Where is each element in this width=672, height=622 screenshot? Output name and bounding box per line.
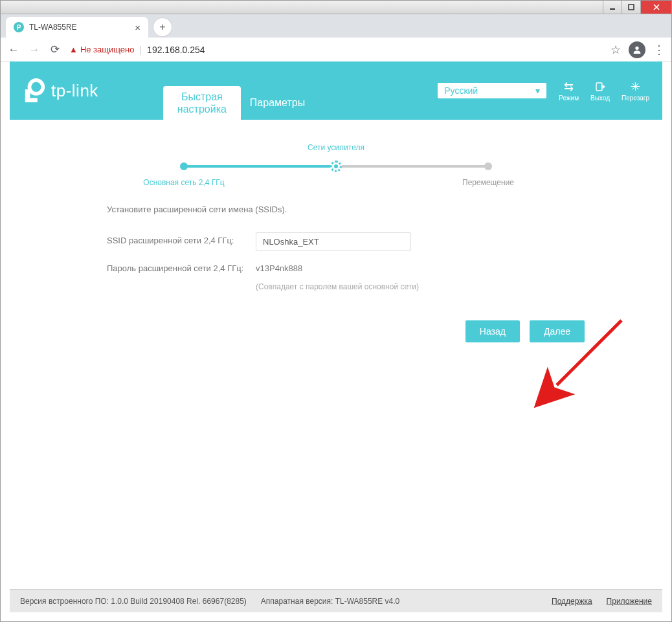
logo: tp-link <box>23 78 98 103</box>
app-footer: Версия встроенного ПО: 1.0.0 Build 20190… <box>10 589 662 612</box>
svg-rect-7 <box>25 98 38 102</box>
ssid-row: SSID расширенной сети 2,4 ГГц: <box>107 232 572 251</box>
chevron-down-icon: ▾ <box>535 85 540 96</box>
ssid-input[interactable] <box>256 232 411 251</box>
browser-tab-strip: P TL-WA855RE × + <box>1 14 671 38</box>
wizard-steps: Основная сеть 2,4 ГГц Сети усилителя Пер… <box>181 146 491 172</box>
logout-button[interactable]: Выход <box>590 80 610 102</box>
password-hint: (Совпадает с паролем вашей основной сети… <box>256 282 572 291</box>
browser-tab-active[interactable]: P TL-WA855RE × <box>6 17 148 38</box>
profile-avatar-icon[interactable] <box>629 41 645 58</box>
window-close-button[interactable] <box>640 1 671 14</box>
svg-point-4 <box>635 46 638 49</box>
mode-label: Режим <box>559 94 579 102</box>
language-select[interactable]: Русский ▾ <box>437 82 547 99</box>
support-link[interactable]: Поддержка <box>552 597 592 606</box>
ssid-label: SSID расширенной сети 2,4 ГГц: <box>107 232 256 245</box>
svg-rect-1 <box>629 5 634 10</box>
page-content: tp-link Быстрая настройка Параметры Русс… <box>10 61 662 612</box>
step-1-label: Основная сеть 2,4 ГГц <box>143 178 224 187</box>
logo-text: tp-link <box>51 81 98 101</box>
nav-reload-icon[interactable]: ⟳ <box>49 43 62 56</box>
svg-point-5 <box>29 80 43 94</box>
svg-rect-0 <box>610 8 615 10</box>
firmware-version: Версия встроенного ПО: 1.0.0 Build 20190… <box>20 597 247 606</box>
loading-icon: ✳ <box>631 80 640 93</box>
wizard-buttons: Назад Далее <box>107 320 591 342</box>
tab-parameters[interactable]: Параметры <box>241 86 314 120</box>
app-header: tp-link Быстрая настройка Параметры Русс… <box>10 61 662 120</box>
security-label: Не защищено <box>80 45 135 54</box>
url-text: 192.168.0.254 <box>147 45 205 55</box>
step-2-current: Сети усилителя <box>333 146 339 172</box>
password-row: Пароль расширенной сети 2,4 ГГц: v13P4nk… <box>107 260 572 273</box>
logo-icon <box>23 78 47 103</box>
window-titlebar <box>1 1 671 14</box>
password-label: Пароль расширенной сети 2,4 ГГц: <box>107 260 256 273</box>
wizard-body: Основная сеть 2,4 ГГц Сети усилителя Пер… <box>10 120 662 355</box>
addr-separator: | <box>139 45 142 55</box>
reboot-label: Перезагр <box>622 94 649 102</box>
logout-icon <box>594 80 606 93</box>
window-minimize-button[interactable] <box>603 1 622 14</box>
app-link[interactable]: Приложение <box>607 597 652 606</box>
nav-back-icon[interactable]: ← <box>7 43 20 56</box>
step-2-label: Сети усилителя <box>308 143 364 152</box>
tab-close-icon[interactable]: × <box>135 22 140 33</box>
reboot-button[interactable]: ✳ Перезагр <box>622 80 649 102</box>
back-button[interactable]: Назад <box>465 320 520 342</box>
password-value: v13P4nk888 <box>256 260 302 273</box>
browser-menu-icon[interactable]: ⋮ <box>653 43 665 57</box>
step-1: Основная сеть 2,4 ГГц <box>181 146 187 172</box>
swap-icon: ⇆ <box>564 80 574 93</box>
new-tab-button[interactable]: + <box>153 18 172 36</box>
wizard-form: Установите расширенной сети имена (SSIDs… <box>107 205 572 342</box>
tab-quick-setup[interactable]: Быстрая настройка <box>163 86 241 120</box>
tab-title: TL-WA855RE <box>29 23 77 32</box>
next-button[interactable]: Далее <box>530 320 585 342</box>
warning-triangle-icon: ▲ <box>69 45 78 54</box>
mode-button[interactable]: ⇆ Режим <box>559 80 579 102</box>
nav-forward-icon[interactable]: → <box>28 43 41 56</box>
step-3-label: Перемещение <box>462 178 514 187</box>
security-warning[interactable]: ▲ Не защищено <box>69 45 134 54</box>
logout-label: Выход <box>590 94 610 102</box>
step-3: Перемещение <box>485 146 491 172</box>
bookmark-star-icon[interactable]: ☆ <box>610 43 621 57</box>
language-value: Русский <box>444 85 478 96</box>
favicon-icon: P <box>14 22 24 32</box>
instruction-text: Установите расширенной сети имена (SSIDs… <box>107 205 572 214</box>
tab-quick-label: Быстрая настройка <box>172 91 232 115</box>
address-bar[interactable]: ▲ Не защищено | 192.168.0.254 <box>69 45 603 55</box>
window-maximize-button[interactable] <box>622 1 640 14</box>
header-actions: Русский ▾ ⇆ Режим Выход ✳ Перезагр <box>437 80 649 102</box>
browser-toolbar: ← → ⟳ ▲ Не защищено | 192.168.0.254 ☆ ⋮ <box>1 38 671 62</box>
tab-params-label: Параметры <box>250 96 305 109</box>
hardware-version: Аппаратная версия: TL-WA855RE v4.0 <box>261 597 399 606</box>
main-tabs: Быстрая настройка Параметры <box>163 61 314 120</box>
